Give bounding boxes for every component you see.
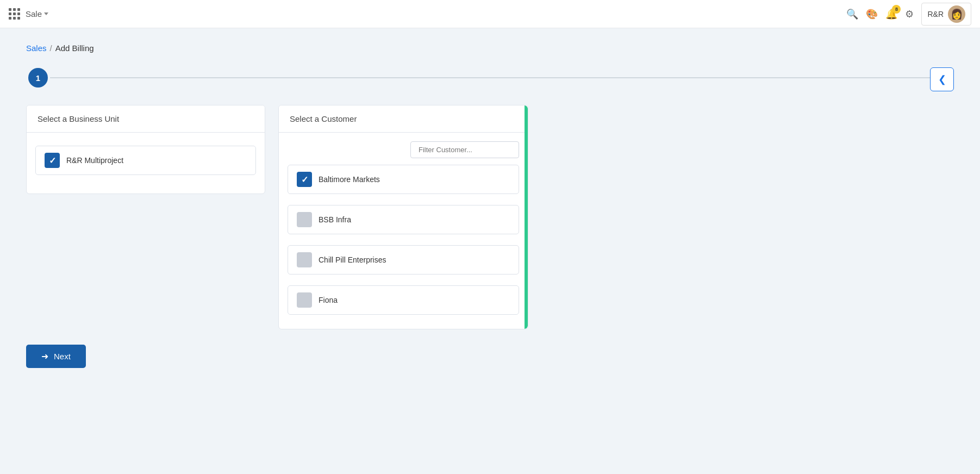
customer-label-3: Fiona: [319, 296, 338, 304]
customer-item-3[interactable]: Fiona: [288, 285, 519, 315]
topnav-right: 🔍 🎨 🔔 8 ⚙ R&R 👩: [846, 3, 971, 26]
app-name[interactable]: Sale: [26, 9, 48, 18]
notification-badge: 8: [892, 5, 901, 14]
main-content: Sales / Add Billing ❮ 1 2 Select a Busin…: [0, 28, 980, 383]
palette-icon[interactable]: 🎨: [866, 8, 878, 20]
filter-area: [279, 133, 528, 165]
arrow-right-icon: ➜: [41, 351, 48, 361]
customer-label-2: Chill Pill Enterprises: [319, 255, 386, 264]
business-unit-header: Select a Business Unit: [27, 105, 265, 133]
customer-list: ✓ Baltimore Markets BSB Infra Chill Pill…: [279, 165, 528, 329]
gear-icon[interactable]: ⚙: [905, 8, 914, 20]
business-unit-label: R&R Multiproject: [66, 156, 123, 165]
breadcrumb-separator: /: [50, 43, 52, 53]
checkmark-icon: ✓: [49, 155, 56, 166]
avatar: 👩: [948, 5, 965, 23]
customer-checkbox-empty-1[interactable]: [297, 212, 312, 227]
toggle-panel-button[interactable]: ❮: [930, 67, 954, 91]
search-icon[interactable]: 🔍: [846, 8, 858, 20]
user-area[interactable]: R&R 👩: [921, 3, 971, 26]
step-1-circle: 1: [28, 68, 48, 88]
user-name: R&R: [927, 10, 944, 18]
filter-customer-input[interactable]: [410, 141, 519, 158]
stepper: 1 2: [26, 68, 954, 88]
bell-icon[interactable]: 🔔 8: [885, 8, 897, 20]
business-unit-item[interactable]: ✓ R&R Multiproject: [35, 146, 256, 175]
customer-checkbox-empty-2[interactable]: [297, 252, 312, 267]
chevron-down-icon: [44, 13, 48, 15]
next-label: Next: [54, 352, 71, 361]
customer-item-1[interactable]: BSB Infra: [288, 205, 519, 234]
business-unit-panel: Select a Business Unit ✓ R&R Multiprojec…: [26, 105, 265, 194]
checkmark-icon: ✓: [301, 174, 308, 185]
breadcrumb-current: Add Billing: [55, 43, 94, 53]
customer-item-0[interactable]: ✓ Baltimore Markets: [288, 165, 519, 194]
customer-checkbox-checked-0[interactable]: ✓: [297, 172, 312, 187]
business-unit-checkbox-checked[interactable]: ✓: [45, 153, 60, 168]
grid-icon[interactable]: [9, 8, 20, 20]
business-unit-body: ✓ R&R Multiproject: [27, 133, 265, 194]
customer-label-1: BSB Infra: [319, 215, 351, 224]
customer-checkbox-empty-3[interactable]: [297, 292, 312, 308]
customer-label-0: Baltimore Markets: [319, 175, 380, 184]
customer-header: Select a Customer: [279, 105, 528, 133]
chevron-left-icon: ❮: [938, 73, 946, 85]
topnav-left: Sale: [9, 8, 48, 20]
topnav: Sale 🔍 🎨 🔔 8 ⚙ R&R 👩: [0, 0, 980, 28]
breadcrumb-sales-link[interactable]: Sales: [26, 43, 47, 53]
customer-panel: Select a Customer ✓ Baltimore Markets BS…: [278, 105, 528, 329]
next-button[interactable]: ➜ Next: [26, 345, 86, 368]
step-line: [50, 77, 933, 78]
breadcrumb: Sales / Add Billing: [26, 43, 954, 53]
customer-item-2[interactable]: Chill Pill Enterprises: [288, 245, 519, 275]
panels-row: Select a Business Unit ✓ R&R Multiprojec…: [26, 105, 954, 329]
